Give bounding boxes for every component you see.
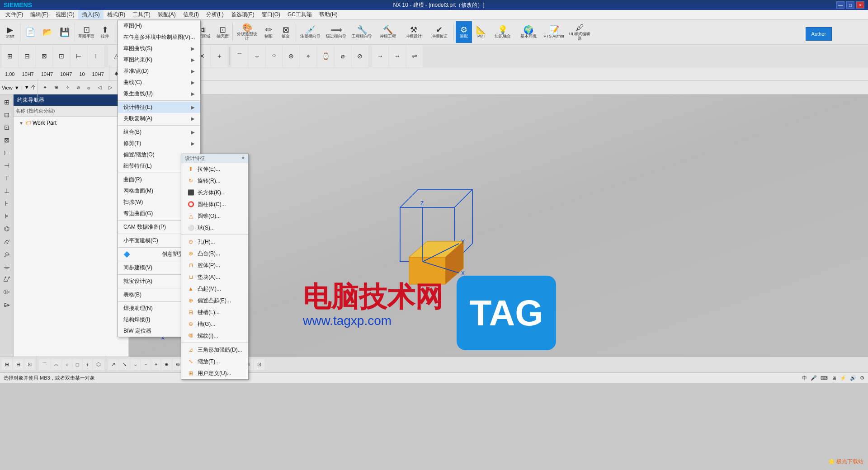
- menu-view[interactable]: 视图(O): [52, 10, 78, 19]
- status-icon-2[interactable]: 🎤: [811, 375, 817, 381]
- menu-gc-tools[interactable]: GC工具箱: [284, 10, 316, 19]
- snap-btn3[interactable]: ✧: [62, 82, 73, 93]
- ui-editor-button[interactable]: 🖊 UI 样式编辑器: [567, 21, 592, 43]
- progressive-mold-button[interactable]: ⟹ 级进模向导: [324, 21, 349, 43]
- sub-extrude[interactable]: ⬆ 拉伸(E)...: [181, 163, 248, 175]
- punch-design-button[interactable]: ⚒ 冲模设计: [401, 21, 426, 43]
- status-icon-5[interactable]: ⚡: [840, 375, 846, 381]
- pmi-button[interactable]: 📐 PMI: [473, 21, 489, 43]
- menu-modify[interactable]: 修剪(T) ▶: [118, 138, 200, 149]
- sketch-plane-button[interactable]: ⊡ 草图平面: [77, 21, 96, 43]
- maximize-button[interactable]: □: [846, 1, 854, 9]
- bt-btn10[interactable]: ↗: [108, 359, 118, 370]
- sub-sphere[interactable]: ⚪ 球(S)...: [181, 222, 248, 234]
- tb2-btn19[interactable]: ⌚: [317, 45, 334, 67]
- basic-env-button[interactable]: 🌍 基本环境: [516, 21, 541, 43]
- menu-edit[interactable]: 编辑(E): [27, 10, 52, 19]
- bt-btn11[interactable]: ↘: [119, 359, 130, 370]
- shell-button[interactable]: ⊡ 抽壳面: [214, 21, 231, 43]
- side-icon-10[interactable]: ⊧: [1, 210, 13, 222]
- bt-btn5[interactable]: ⌓: [51, 359, 61, 370]
- tb2-btn6[interactable]: ⊤: [88, 45, 104, 67]
- bt-btn13[interactable]: ⌢: [141, 359, 151, 370]
- open-button[interactable]: 📂: [39, 21, 56, 43]
- menu-design-feature[interactable]: 设计特征(E) ▶: [118, 102, 200, 113]
- menu-help[interactable]: 帮助(H): [316, 10, 341, 19]
- snap-btn1[interactable]: ✦: [40, 82, 50, 93]
- sub-scale[interactable]: ⤡ 缩放(T)...: [181, 356, 248, 367]
- sheet-metal-button[interactable]: ⊠ 钣金: [278, 21, 294, 43]
- sub-pocket[interactable]: ⊓ 腔体(P)...: [181, 259, 248, 271]
- side-icon-11[interactable]: ⌬: [1, 223, 13, 235]
- side-icon-17[interactable]: ⌲: [1, 299, 13, 310]
- menu-combine[interactable]: 组合(B) ▶: [118, 127, 200, 138]
- sub-thread[interactable]: 螺 螺纹(I)...: [181, 330, 248, 342]
- side-icon-6[interactable]: ⊣: [1, 160, 13, 171]
- sub-cone[interactable]: △ 圆锥(O)...: [181, 210, 248, 222]
- bt-btn14[interactable]: ⌖: [151, 359, 160, 370]
- sub-slope[interactable]: ▲ 凸起(M)...: [181, 283, 248, 295]
- side-icon-2[interactable]: ⊟: [1, 109, 13, 121]
- snap-btn7[interactable]: ▷: [105, 82, 115, 93]
- status-icon-1[interactable]: 中: [802, 375, 807, 381]
- status-icon-6[interactable]: 🔊: [850, 375, 856, 381]
- side-icon-1[interactable]: ⊞: [1, 96, 13, 108]
- bt-btn9[interactable]: ⬡: [93, 359, 104, 370]
- side-icon-7[interactable]: ⊤: [1, 172, 13, 184]
- menu-analysis[interactable]: 分析(L): [203, 10, 227, 19]
- tree-item-root[interactable]: ▼ 🏷 Work Part: [17, 118, 125, 127]
- sub-offset-boss[interactable]: ⊕ 偏置凸起(E)...: [181, 295, 248, 306]
- menu-preferences[interactable]: 首选项(E): [227, 10, 258, 19]
- tb2-btn3[interactable]: ⊠: [36, 45, 52, 67]
- snap-btn4[interactable]: ⌀: [74, 82, 83, 93]
- side-icon-5[interactable]: ⊢: [1, 147, 13, 159]
- tb2-btn18[interactable]: ⌖: [300, 45, 316, 67]
- tb3-val2[interactable]: 10H7: [19, 69, 37, 80]
- submenu-close-button[interactable]: ×: [241, 155, 245, 162]
- snap-btn2[interactable]: ⊕: [51, 82, 61, 93]
- menu-format[interactable]: 格式(R): [104, 10, 129, 19]
- tb2-btn15[interactable]: ⌣: [249, 45, 265, 67]
- tb2-btn22[interactable]: →: [372, 45, 388, 67]
- tb2-btn4[interactable]: ⊡: [53, 45, 70, 67]
- bt-btn3[interactable]: ⊡: [24, 359, 35, 370]
- side-icon-4[interactable]: ⊠: [1, 134, 13, 146]
- side-icon-3[interactable]: ⊡: [1, 122, 13, 133]
- start-button[interactable]: ▶ Start: [2, 21, 18, 43]
- menu-assemble[interactable]: 装配(A): [154, 10, 179, 19]
- sub-revolve[interactable]: ↻ 旋转(R)...: [181, 175, 248, 187]
- sub-block[interactable]: ⬛ 长方体(K)...: [181, 187, 248, 198]
- knowledge-button[interactable]: 💡 知识融合: [490, 21, 515, 43]
- tb2-btn23[interactable]: ↔: [389, 45, 406, 67]
- tb3-val1[interactable]: 1.00: [2, 69, 18, 80]
- bt-btn7[interactable]: □: [73, 359, 82, 370]
- menu-derived-curve[interactable]: 派生曲线(U) ▶: [118, 88, 200, 99]
- tb3-val5[interactable]: 10: [76, 69, 88, 80]
- view-dropdown-btn[interactable]: ▼: [14, 85, 19, 90]
- tb2-btn2[interactable]: ⊟: [19, 45, 35, 67]
- bt-btn8[interactable]: +: [83, 359, 92, 370]
- menu-datum-point[interactable]: 基准/点(D) ▶: [118, 66, 200, 77]
- new-button[interactable]: 📄: [22, 21, 38, 43]
- menu-window[interactable]: 窗口(O): [258, 10, 284, 19]
- injection-mold-button[interactable]: 💉 注塑模向导: [298, 21, 323, 43]
- menu-curve[interactable]: 曲线(C) ▶: [118, 77, 200, 88]
- appearance-button[interactable]: 🎨 外观造型设计: [235, 21, 259, 43]
- snap-btn6[interactable]: ◁: [94, 82, 104, 93]
- close-button[interactable]: ×: [856, 1, 864, 9]
- side-icon-8[interactable]: ⊥: [1, 185, 13, 197]
- side-icon-15[interactable]: ⌰: [1, 273, 13, 285]
- menu-info[interactable]: 信息(I): [179, 10, 203, 19]
- tb3-val4[interactable]: 10H7: [57, 69, 75, 80]
- sub-custom[interactable]: ⊞ 用户定义(U)...: [181, 367, 248, 379]
- side-icon-12[interactable]: ⌭: [1, 235, 13, 247]
- menu-sketch[interactable]: 草图(H): [118, 20, 200, 32]
- bt-btn1[interactable]: ⊞: [2, 359, 12, 370]
- sub-keyway[interactable]: ⊟ 键槽(L)...: [181, 306, 248, 318]
- punch-engineering-button[interactable]: 🔨 冲模工程: [375, 21, 400, 43]
- side-icon-13[interactable]: ⌮: [1, 248, 13, 260]
- pts-author-button[interactable]: 📝 PTS Author: [542, 21, 566, 43]
- tb2-btn5[interactable]: ⊢: [71, 45, 87, 67]
- menu-sketch-curve[interactable]: 草图曲线(S) ▶: [118, 43, 200, 54]
- sub-boss[interactable]: ⊛ 凸台(B)...: [181, 248, 248, 259]
